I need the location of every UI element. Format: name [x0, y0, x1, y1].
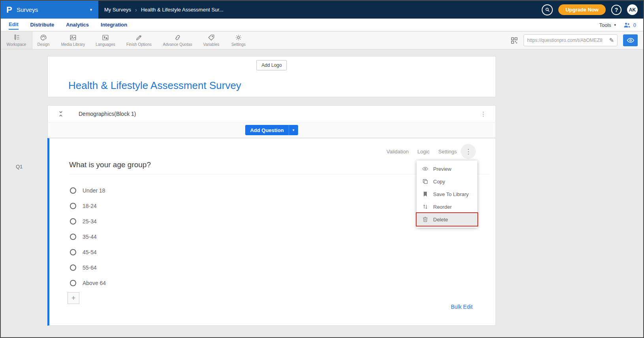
- add-option-button[interactable]: +: [68, 292, 79, 304]
- toolbar-item-label: Languages: [96, 42, 115, 47]
- editor-toolbar: Workspace Design Media Library Languages…: [1, 31, 643, 49]
- validation-link[interactable]: Validation: [387, 149, 409, 155]
- pencil-icon: [135, 34, 143, 41]
- option-label[interactable]: Under 18: [83, 187, 105, 194]
- collaborators-button[interactable]: 0: [623, 21, 636, 29]
- toolbar-item-label: Variables: [203, 42, 220, 47]
- radio-button[interactable]: [70, 234, 76, 240]
- menu-item-delete[interactable]: Delete: [417, 213, 477, 226]
- topbar-actions: Upgrade Now ? AK: [542, 1, 638, 19]
- option-label[interactable]: 25-34: [83, 218, 97, 225]
- chevron-down-icon: ▼: [614, 23, 617, 27]
- tools-menu[interactable]: Tools ▼: [599, 22, 616, 28]
- qr-code-icon[interactable]: [511, 37, 518, 44]
- bookmark-icon: [422, 191, 428, 197]
- reorder-icon: [422, 204, 428, 210]
- add-logo-button[interactable]: Add Logo: [256, 60, 287, 70]
- tab-distribute[interactable]: Distribute: [30, 20, 54, 29]
- option-label[interactable]: 18-24: [83, 203, 97, 209]
- toolbar-item-workspace[interactable]: Workspace: [1, 32, 32, 49]
- question-context-menu: Preview Copy Save To Library Reorder Del…: [417, 161, 477, 228]
- logic-link[interactable]: Logic: [417, 149, 430, 155]
- radio-button[interactable]: [70, 249, 76, 255]
- chevron-down-icon: ▼: [89, 8, 93, 12]
- upgrade-now-button[interactable]: Upgrade Now: [558, 4, 606, 15]
- menu-item-reorder[interactable]: Reorder: [417, 200, 477, 213]
- editor-canvas: Add Logo Health & Lifestyle Assessment S…: [1, 49, 643, 337]
- top-bar: P Surveys ▼ My Surveys › Health & Lifest…: [1, 1, 643, 19]
- toolbar-item-variables[interactable]: Variables: [196, 32, 226, 49]
- option-label[interactable]: 45-54: [83, 249, 97, 255]
- chain-link-icon: [174, 34, 181, 41]
- question-number-label: Q1: [16, 164, 23, 170]
- answer-option-row: 45-54: [70, 244, 106, 260]
- radio-button[interactable]: [70, 280, 76, 286]
- toolbar-item-label: Finish Options: [126, 42, 152, 47]
- answer-option-row: Above 64: [70, 275, 106, 291]
- bulk-edit-link[interactable]: Bulk Edit: [451, 304, 473, 310]
- toolbar-item-label: Media Library: [61, 42, 85, 47]
- add-question-split-button: Add Question ▼: [245, 125, 298, 135]
- people-icon: [623, 21, 631, 29]
- tab-edit[interactable]: Edit: [9, 20, 19, 30]
- search-icon[interactable]: [542, 4, 553, 15]
- toolbar-item-label: Workspace: [7, 42, 26, 47]
- survey-header-card: Add Logo Health & Lifestyle Assessment S…: [47, 56, 496, 97]
- menu-item-copy[interactable]: Copy: [417, 175, 477, 188]
- menu-item-label: Reorder: [433, 204, 452, 210]
- option-label[interactable]: 35-44: [83, 234, 97, 240]
- settings-link[interactable]: Settings: [438, 149, 457, 155]
- answer-option-row: 18-24: [70, 198, 106, 213]
- gear-icon: [235, 34, 242, 41]
- tools-label: Tools: [599, 22, 611, 28]
- toolbar-item-label: Advance Quotas: [163, 42, 192, 47]
- collapse-block-icon[interactable]: [57, 110, 64, 117]
- block-kebab-menu-icon[interactable]: ⋮: [480, 110, 487, 118]
- add-question-button[interactable]: Add Question: [245, 125, 288, 135]
- tab-integration[interactable]: Integration: [101, 20, 127, 29]
- toolbar-item-finish-options[interactable]: Finish Options: [119, 32, 159, 49]
- answer-options-list: Under 18 18-24 25-34 35-44 45-54: [70, 183, 106, 291]
- add-question-dropdown-button[interactable]: ▼: [289, 125, 298, 135]
- breadcrumb: My Surveys › Health & Lifestyle Assessme…: [104, 1, 223, 19]
- toolbar-right-group: ✎: [511, 32, 638, 49]
- help-icon[interactable]: ?: [611, 5, 621, 15]
- eye-icon: [422, 166, 428, 172]
- radio-button[interactable]: [70, 203, 76, 209]
- eye-icon: [627, 36, 635, 44]
- question-text[interactable]: What is your age group?: [69, 161, 151, 169]
- breadcrumb-my-surveys[interactable]: My Surveys: [104, 7, 131, 13]
- palette-icon: [40, 34, 47, 41]
- menu-item-label: Delete: [433, 217, 448, 223]
- primary-nav: Edit Distribute Analytics Integration To…: [1, 19, 643, 31]
- survey-title[interactable]: Health & Lifestyle Assessment Survey: [68, 79, 241, 92]
- menu-item-preview[interactable]: Preview: [417, 162, 477, 175]
- translate-icon: [102, 34, 109, 41]
- toolbar-item-media-library[interactable]: Media Library: [54, 32, 92, 49]
- tab-analytics[interactable]: Analytics: [66, 20, 89, 29]
- toolbar-item-design[interactable]: Design: [32, 32, 54, 49]
- radio-button[interactable]: [70, 187, 76, 194]
- edit-url-pencil-icon[interactable]: ✎: [609, 37, 614, 44]
- radio-button[interactable]: [70, 264, 76, 271]
- toolbar-item-advance-quotas[interactable]: Advance Quotas: [159, 32, 196, 49]
- menu-item-label: Preview: [433, 166, 451, 172]
- avatar[interactable]: AK: [627, 4, 638, 15]
- answer-option-row: 55-64: [70, 260, 106, 275]
- toolbar-item-settings[interactable]: Settings: [226, 32, 251, 49]
- add-question-row: Add Question ▼: [47, 123, 496, 138]
- question-action-links: Validation Logic Settings: [387, 149, 457, 155]
- survey-url-input[interactable]: [527, 38, 609, 43]
- preview-survey-button[interactable]: [623, 34, 638, 46]
- menu-item-save-to-library[interactable]: Save To Library: [417, 188, 477, 200]
- product-switcher[interactable]: P Surveys ▼: [1, 1, 98, 19]
- block-title[interactable]: Demographics(Block 1): [79, 111, 136, 117]
- chevron-down-icon: ▼: [292, 128, 295, 132]
- option-label[interactable]: 55-64: [83, 264, 97, 271]
- answer-option-row: 35-44: [70, 229, 106, 244]
- toolbar-item-languages[interactable]: Languages: [92, 32, 119, 49]
- toolbar-item-label: Design: [37, 42, 49, 47]
- question-kebab-menu-button[interactable]: ⋮: [461, 144, 476, 159]
- option-label[interactable]: Above 64: [83, 280, 106, 286]
- radio-button[interactable]: [70, 218, 76, 225]
